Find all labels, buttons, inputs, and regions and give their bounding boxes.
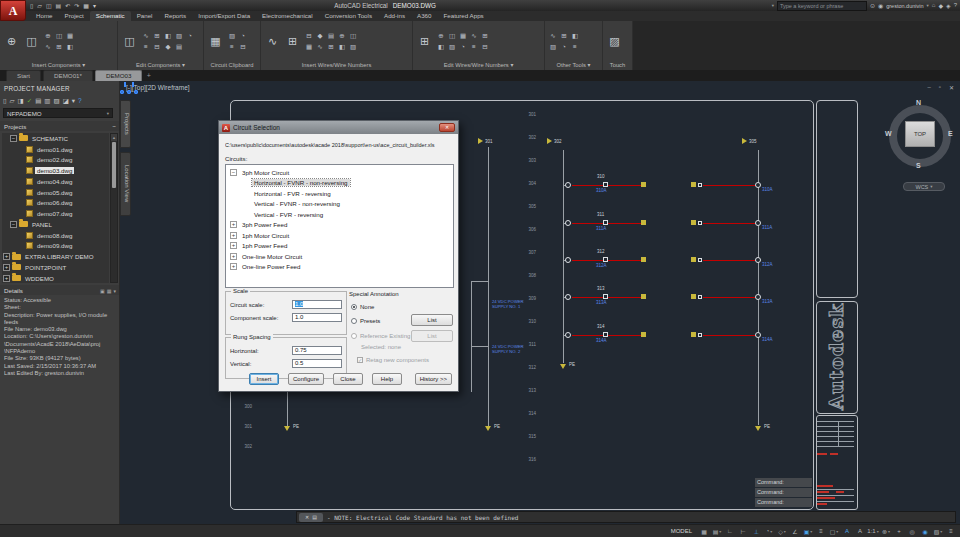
osnap-icon[interactable]: ▣▾: [802, 526, 814, 537]
ribbon-tool-icon[interactable]: ≡: [227, 42, 237, 52]
ribbon-tool-icon[interactable]: ◫: [447, 31, 457, 41]
tree-item-panel[interactable]: −PANEL: [2, 219, 109, 230]
plot-icon[interactable]: ▤: [56, 2, 62, 9]
search-scope-caret-icon[interactable]: ▾: [772, 3, 774, 8]
ribbon-tool-icon[interactable]: ▦: [207, 28, 224, 54]
tree-item-demo05-dwg[interactable]: demo05.dwg: [2, 187, 109, 198]
ribbon-tool-icon[interactable]: ▨: [447, 42, 457, 52]
expand-icon[interactable]: +: [230, 263, 237, 270]
file-tab-start[interactable]: Start: [6, 70, 41, 81]
project-select[interactable]: NFPADEMO ▾: [3, 108, 113, 118]
tree-item-extra-library-demo[interactable]: +EXTRA LIBRARY DEMO: [2, 251, 109, 262]
refresh-icon[interactable]: ✓: [27, 97, 32, 105]
vertical-input[interactable]: 0.5: [292, 359, 342, 368]
open-icon[interactable]: ▱: [37, 2, 42, 9]
file-tab-demo01[interactable]: DEMO01*: [43, 70, 93, 81]
project-copy-icon[interactable]: ◨: [18, 97, 24, 105]
qat-customize-icon[interactable]: ▾: [93, 2, 96, 9]
ribbon-tool-icon[interactable]: ⊕: [43, 31, 53, 41]
tree-item-point2point[interactable]: +POINT2POINT: [2, 262, 109, 273]
side-tab-location-view[interactable]: Location View: [120, 152, 131, 216]
circuit-tree-item[interactable]: Vertical - FVNR - non-reversing: [226, 199, 453, 210]
ribbon-tool-icon[interactable]: ◧: [163, 31, 173, 41]
new-project-icon[interactable]: ▯: [3, 97, 7, 105]
ribbon-tool-icon[interactable]: ◔: [458, 42, 468, 52]
customize-icon[interactable]: ▤: [312, 514, 317, 520]
qnew-icon[interactable]: ▯: [30, 2, 33, 9]
circuits-tree[interactable]: −3ph Motor CircuitHorizontal - FVNR - no…: [225, 164, 454, 288]
tree-item-wddemo[interactable]: +WDDEMO: [2, 273, 109, 283]
ribbon-tab-a360[interactable]: A360: [411, 11, 437, 21]
ribbon-tool-icon[interactable]: ⊟: [480, 42, 490, 52]
ribbon-tool-icon[interactable]: ◫: [121, 28, 138, 54]
ribbon-tab-featured-apps[interactable]: Featured Apps: [437, 11, 489, 21]
model-space-button[interactable]: MODEL: [666, 528, 697, 534]
ribbon-tool-icon[interactable]: ◧: [337, 42, 347, 52]
search-input[interactable]: [777, 1, 867, 11]
scrollbar-thumb[interactable]: [112, 142, 116, 188]
component-scale-input[interactable]: 1.0: [292, 313, 342, 322]
insert-button[interactable]: Insert: [249, 373, 279, 385]
quick-properties-icon[interactable]: ◎: [906, 526, 918, 537]
expand-icon[interactable]: +: [230, 221, 237, 228]
configure-button[interactable]: Configure: [288, 373, 324, 385]
file-tab-demo03[interactable]: DEMO03: [95, 70, 142, 81]
circuit-tree-item[interactable]: −3ph Motor Circuit: [226, 167, 453, 178]
a360-icon[interactable]: ⌂: [932, 2, 936, 9]
collapse-icon[interactable]: −: [10, 135, 17, 142]
help-icon[interactable]: ?: [954, 2, 957, 9]
ribbon-tab-electromechanical[interactable]: Electromechanical: [256, 11, 319, 21]
isodraft-icon[interactable]: ◇▾: [776, 526, 788, 537]
ribbon-tool-icon[interactable]: ⊞: [559, 31, 569, 41]
annotation-scale-icon[interactable]: 1:1▾: [867, 526, 879, 537]
tree-item-demo09-dwg[interactable]: demo09.dwg: [2, 241, 109, 252]
ribbon-tool-icon[interactable]: ∿: [548, 31, 558, 41]
ribbon-tool-icon[interactable]: ⊕: [3, 28, 20, 54]
circuit-tree-item[interactable]: +3ph Power Feed: [226, 220, 453, 231]
ribbon-tool-icon[interactable]: ▦: [458, 31, 468, 41]
restore-icon[interactable]: ▫: [939, 84, 941, 91]
new-tab-button[interactable]: +: [144, 71, 153, 81]
circuit-tree-item[interactable]: Horizontal - FVNR - non-reversing: [226, 178, 453, 189]
horizontal-input[interactable]: 0.75: [292, 346, 342, 355]
side-tab-projects[interactable]: Projects: [120, 100, 131, 148]
ribbon-tool-icon[interactable]: ⊕: [436, 31, 446, 41]
dialog-titlebar[interactable]: A Circuit Selection ✕: [219, 121, 458, 134]
ribbon-tool-icon[interactable]: ◧: [65, 42, 75, 52]
ribbon-tool-icon[interactable]: ⊕: [337, 31, 347, 41]
ribbon-panel-label[interactable]: Edit Wires/Wire Numbers ▾: [413, 61, 544, 70]
ribbon-tool-icon[interactable]: ◧: [436, 42, 446, 52]
ribbon-tool-icon[interactable]: ⊞: [326, 42, 336, 52]
circuit-tree-item[interactable]: +1ph Power Feed: [226, 241, 453, 252]
circuit-tree-item[interactable]: +One-line Power Feed: [226, 262, 453, 273]
viewcube-top-face[interactable]: TOP: [905, 121, 935, 147]
collapse-section-icon[interactable]: −: [112, 123, 116, 130]
ribbon-tab-import-export-data[interactable]: Import/Export Data: [192, 11, 256, 21]
ribbon-tool-icon[interactable]: ∿: [315, 42, 325, 52]
preview-view-icon[interactable]: ▦: [107, 288, 112, 294]
hardware-acceleration-icon[interactable]: ◉: [919, 526, 931, 537]
collapse-icon[interactable]: −: [10, 221, 17, 228]
ribbon-tool-icon[interactable]: ≡: [570, 42, 580, 52]
ribbon-tool-icon[interactable]: ◆: [163, 42, 173, 52]
sheet-set-icon[interactable]: ▦: [83, 2, 89, 9]
expand-icon[interactable]: +: [230, 242, 237, 249]
chevron-down-icon[interactable]: ▾: [113, 288, 116, 294]
ribbon-tool-icon[interactable]: ◧: [570, 31, 580, 41]
ribbon-tool-icon[interactable]: ∿: [264, 28, 281, 54]
close-button[interactable]: Close: [333, 373, 363, 385]
tree-item-demo03-dwg[interactable]: demo03.dwg: [2, 165, 109, 176]
tree-item-demo06-dwg[interactable]: demo06.dwg: [2, 198, 109, 209]
radio-selected-icon[interactable]: [351, 304, 357, 310]
wcs-selector[interactable]: WCS▾: [903, 182, 945, 191]
snap-icon[interactable]: ▤▾: [711, 526, 723, 537]
search-icon[interactable]: ⊙: [870, 2, 875, 9]
radio-icon[interactable]: [351, 318, 357, 324]
annotation-visibility-icon[interactable]: A: [841, 526, 853, 537]
viewcube-west[interactable]: W: [885, 130, 892, 137]
tree-scrollbar[interactable]: ▲: [110, 133, 118, 283]
toolbar-caret-icon[interactable]: ▾: [72, 97, 75, 105]
circuit-tree-item[interactable]: Vertical - FVR - reversing: [226, 209, 453, 220]
ribbon-tab-reports[interactable]: Reports: [159, 11, 193, 21]
ribbon-tool-icon[interactable]: ⊞: [284, 28, 301, 54]
